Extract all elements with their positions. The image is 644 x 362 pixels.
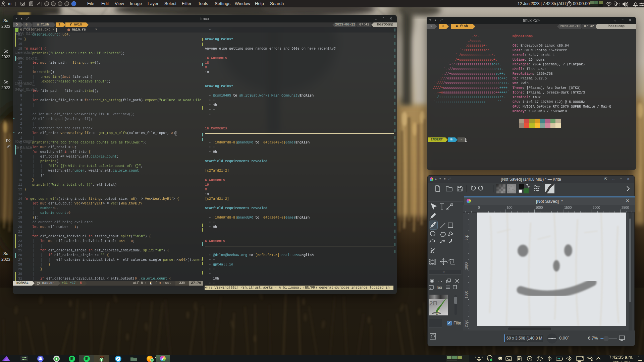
svg-text:2000: 2000 [593, 206, 600, 209]
svg-text:0: 0 [478, 206, 480, 209]
svg-text:1500: 1500 [564, 206, 572, 209]
svg-text:Tag: Tag [436, 285, 442, 289]
svg-text:1000: 1000 [535, 206, 543, 209]
svg-text:m: m [8, 1, 11, 6]
svg-text:500: 500 [507, 206, 513, 209]
svg-text:2500: 2500 [622, 206, 629, 209]
